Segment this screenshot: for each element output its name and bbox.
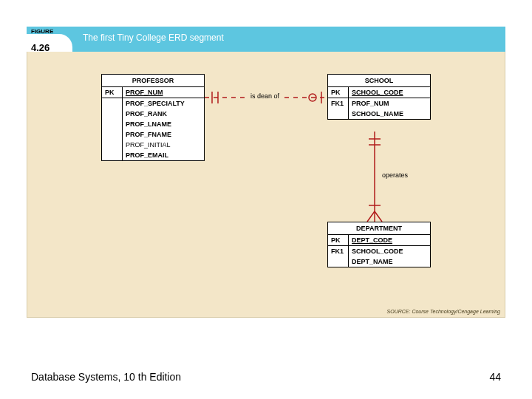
attr: SCHOOL_NAME <box>349 109 430 119</box>
pk-field: PROF_NUM <box>123 87 204 98</box>
pk-label: PK <box>328 87 348 98</box>
figure-number: 4.26 <box>31 42 50 53</box>
entity-title: PROFESSOR <box>102 75 204 87</box>
pk-label: PK <box>328 235 348 245</box>
attr: PROF_LNAME <box>123 119 204 129</box>
source-credit: SOURCE: Course Technology/Cengage Learni… <box>387 309 500 314</box>
svg-line-10 <box>375 211 382 222</box>
entity-title: SCHOOL <box>328 75 430 87</box>
page-number: 44 <box>489 371 501 383</box>
relationship-lines <box>27 52 505 317</box>
fk-field: PROF_NUM <box>349 98 430 109</box>
relationship-label-operates: operates <box>381 171 409 179</box>
attr: PROF_RANK <box>123 109 204 119</box>
figure-word: FIGURE <box>31 28 53 35</box>
figure-title: The first Tiny College ERD segment <box>72 27 234 52</box>
entity-title: DEPARTMENT <box>328 222 430 235</box>
slide-footer: Database Systems, 10 th Edition 44 <box>31 371 501 383</box>
entity-school: SCHOOL PK FK1 SCHOOL_CODE PROF_NUM SCHOO… <box>327 74 431 120</box>
pk-label: PK <box>102 87 122 98</box>
attr: PROF_INITIAL <box>123 140 204 150</box>
erd-canvas: PROFESSOR PK PROF_NUM PROF_SPECIALTY PRO… <box>27 52 505 318</box>
attr: DEPT_NAME <box>349 256 430 267</box>
pk-field: DEPT_CODE <box>349 235 430 245</box>
attr: PROF_FNAME <box>123 129 204 140</box>
figure-number-box: FIGURE 4.26 <box>27 27 72 52</box>
relationship-label-dean: is dean of <box>249 92 281 100</box>
fk-field: SCHOOL_CODE <box>349 246 430 256</box>
svg-point-3 <box>309 94 316 101</box>
entity-professor: PROFESSOR PK PROF_NUM PROF_SPECIALTY PRO… <box>101 74 205 161</box>
entity-department: DEPARTMENT PK FK1 DEPT_CODE SCHOOL_CODE … <box>327 222 431 267</box>
fk-label: FK1 <box>328 98 348 109</box>
fk-label: FK1 <box>328 246 348 256</box>
figure-header: FIGURE 4.26 The first Tiny College ERD s… <box>27 27 505 52</box>
book-title: Database Systems, 10 th Edition <box>31 371 181 383</box>
attr: PROF_SPECIALTY <box>123 98 204 109</box>
svg-line-9 <box>367 211 375 222</box>
attr: PROF_EMAIL <box>123 150 204 160</box>
pk-field: SCHOOL_CODE <box>349 87 430 98</box>
